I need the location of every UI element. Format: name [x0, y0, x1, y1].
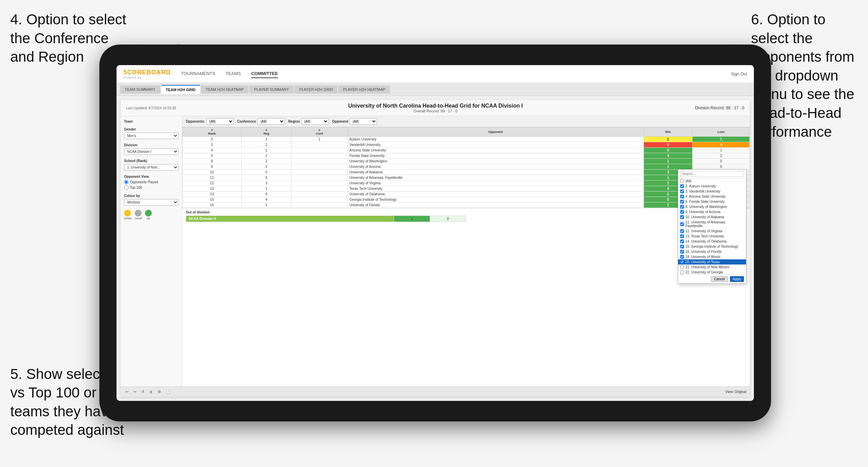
dropdown-item[interactable]: 3. Vanderbilt University: [678, 189, 746, 194]
dropdown-item[interactable]: 8. University of Washington: [678, 204, 746, 209]
td-opponent: University of Arkansas, Fayetteville: [347, 175, 644, 181]
nav-teams[interactable]: TEAMS: [225, 70, 241, 78]
toolbar-redo[interactable]: ↪: [132, 389, 138, 395]
left-panel: Team Gender Men's Division NCAA Division…: [121, 116, 182, 386]
tab-player-summary[interactable]: PLAYER SUMMARY: [249, 85, 294, 94]
nav-signout[interactable]: Sign Out: [731, 72, 747, 76]
nav-committee[interactable]: COMMITTEE: [251, 70, 278, 78]
filter-conference: Conference (All): [237, 118, 285, 125]
dropdown-item[interactable]: 13. Texas Tech University: [678, 234, 746, 239]
th-conf: #Conf: [291, 127, 347, 137]
panel-team-section: Team: [124, 120, 179, 123]
nav-tournaments[interactable]: TOURNAMENTS: [181, 70, 215, 78]
radio-top-100-input[interactable]: [124, 185, 129, 190]
dropdown-checkbox[interactable]: [680, 229, 684, 233]
dropdown-item[interactable]: 16. University of Florida: [678, 249, 746, 254]
table-row: 8 2 University of Washington 1 0: [183, 159, 750, 164]
toolbar-clock[interactable]: 🕐: [164, 389, 172, 395]
td-reg: 3: [241, 181, 291, 186]
th-loss: Loss: [693, 127, 750, 137]
dropdown-checkbox[interactable]: [680, 205, 684, 209]
toolbar-undo[interactable]: ↩: [124, 389, 130, 395]
dropdown-search-input[interactable]: [680, 171, 744, 177]
opponent-dropdown[interactable]: (All)2. Auburn University3. Vanderbilt U…: [678, 169, 746, 284]
dropdown-checkbox[interactable]: [680, 195, 684, 198]
table-area: Opponents: (All) Conference (All): [182, 116, 750, 386]
dropdown-checkbox[interactable]: [680, 222, 684, 226]
td-win: 1: [644, 159, 693, 164]
td-loss: 0: [693, 159, 750, 164]
td-opponent: University of Alabama: [347, 170, 644, 175]
dropdown-item[interactable]: (All): [678, 179, 746, 184]
tab-team-h2h-heatmap[interactable]: TEAM H2H HEATMAP: [201, 85, 248, 94]
dropdown-item[interactable]: 10. University of Alabama: [678, 214, 746, 220]
td-conf: [291, 153, 347, 159]
dropdown-checkbox[interactable]: [680, 215, 684, 219]
dropdown-item[interactable]: 21. University of New Mexico: [678, 265, 746, 270]
filter-opponents-label: Opponents:: [186, 120, 205, 123]
dropdown-item[interactable]: 18. University of Illinois: [678, 254, 746, 259]
dropdown-checkbox[interactable]: [680, 234, 684, 238]
tab-player-h2h-grid[interactable]: PLAYER H2H GRID: [294, 85, 338, 94]
dropdown-item[interactable]: 12. University of Virginia: [678, 229, 746, 234]
filter-opponents-select[interactable]: (All): [206, 118, 234, 125]
td-opponent: University of Oklahoma: [347, 192, 644, 197]
dropdown-checkbox[interactable]: [680, 179, 684, 183]
nav-links: TOURNAMENTS TEAMS COMMITTEE: [181, 70, 731, 78]
tab-team-summary[interactable]: TEAM SUMMARY: [120, 85, 160, 94]
dropdown-checkbox[interactable]: [680, 245, 684, 248]
toolbar-settings[interactable]: ⚙: [156, 389, 162, 395]
dropdown-checkbox[interactable]: [680, 260, 684, 264]
dropdown-checkbox[interactable]: [680, 210, 684, 214]
toolbar-pause[interactable]: ⏸: [148, 389, 154, 395]
filter-conference-label: Conference: [237, 120, 256, 123]
dropdown-item[interactable]: 15. Georgia Institute of Technology: [678, 244, 746, 249]
data-table-container: #Rank #Reg #Conf Opponent Win Loss: [182, 127, 750, 386]
logo-sub: Powered By: [123, 76, 171, 79]
dropdown-item[interactable]: 20. University of Texas: [678, 259, 746, 265]
filter-opponent-select[interactable]: (All): [350, 118, 377, 125]
dropdown-item[interactable]: 2. Auburn University: [678, 184, 746, 189]
panel-gender-select[interactable]: Men's: [124, 133, 179, 139]
dropdown-checkbox[interactable]: [680, 200, 684, 204]
td-conf: [291, 192, 347, 197]
filter-region-select[interactable]: (All): [301, 118, 329, 125]
panel-colour-select[interactable]: Win/loss: [124, 199, 179, 206]
filter-conference-select[interactable]: (All): [257, 118, 285, 125]
toolbar-refresh[interactable]: ↺: [140, 389, 146, 395]
colour-legend: Down Level Up: [124, 210, 179, 220]
tab-team-h2h-grid[interactable]: TEAM H2H GRID: [161, 85, 200, 94]
dropdown-item[interactable]: 9. University of Arizona: [678, 209, 746, 214]
td-conf: [291, 142, 347, 148]
dropdown-item[interactable]: 14. University of Oklahoma: [678, 239, 746, 244]
dropdown-cancel-button[interactable]: Cancel: [711, 276, 728, 282]
dropdown-checkbox[interactable]: [680, 250, 684, 254]
td-rank: 16: [183, 202, 242, 208]
dropdown-item[interactable]: 6. Florida State University: [678, 199, 746, 204]
dropdown-checkbox[interactable]: [680, 270, 684, 274]
dropdown-checkbox[interactable]: [680, 184, 684, 188]
radio-opponents-played[interactable]: Opponents Played: [124, 180, 179, 184]
radio-top-100[interactable]: Top 100: [124, 185, 179, 190]
table-header-row: #Rank #Reg #Conf Opponent Win Loss: [183, 127, 750, 137]
table-row: 11 6 University of Arkansas, Fayettevill…: [183, 175, 750, 181]
data-table: #Rank #Reg #Conf Opponent Win Loss: [182, 127, 750, 208]
dropdown-item[interactable]: 22. University of Georgia: [678, 270, 746, 274]
panel-school-select[interactable]: 1. University of Nort...: [124, 164, 179, 171]
dropdown-item[interactable]: 11. University of Arkansas, Fayetteville: [678, 220, 746, 229]
panel-division-select[interactable]: NCAA Division I: [124, 148, 179, 155]
table-row: 14 9 University of Oklahoma 2 2: [183, 192, 750, 197]
table-row: 3 2 Vanderbilt University 0 4: [183, 142, 750, 148]
dropdown-checkbox[interactable]: [680, 265, 684, 269]
tab-player-h2h-heatmap[interactable]: PLAYER H2H HEATMAP: [338, 85, 390, 94]
table-row: 13 1 Texas Tech University 3 0: [183, 186, 750, 192]
filter-opponents: Opponents: (All): [186, 118, 234, 125]
dropdown-checkbox[interactable]: [680, 189, 684, 193]
dropdown-apply-button[interactable]: Apply: [730, 276, 744, 282]
th-rank: #Rank: [183, 127, 242, 137]
dropdown-item[interactable]: 4. Arizona State University: [678, 194, 746, 199]
dropdown-checkbox[interactable]: [680, 255, 684, 259]
dropdown-checkbox[interactable]: [680, 239, 684, 243]
td-loss: 4: [693, 142, 750, 148]
radio-opponents-played-input[interactable]: [124, 180, 129, 184]
